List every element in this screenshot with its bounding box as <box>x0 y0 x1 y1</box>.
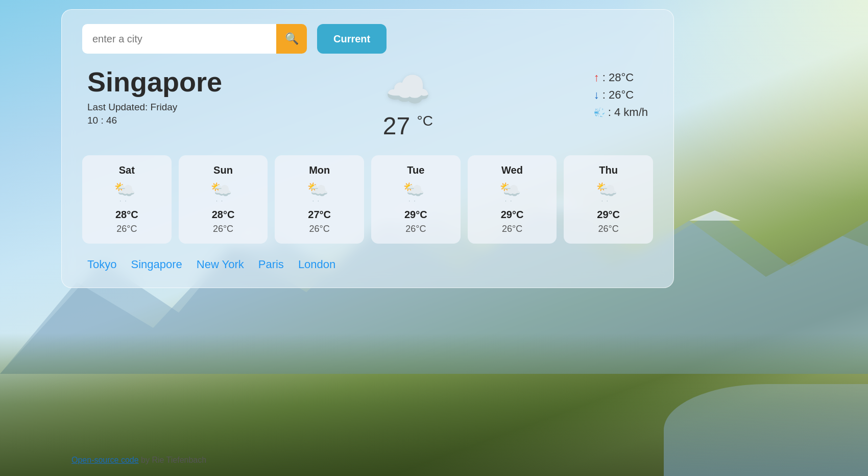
forecast-high: 29°C <box>501 209 524 221</box>
forecast-low: 26°C <box>502 224 522 234</box>
city-name: Singapore <box>87 66 222 98</box>
current-weather-center: ☁️ 27 °C <box>222 66 594 140</box>
city-shortcut-link[interactable]: New York <box>197 258 244 271</box>
city-shortcut-link[interactable]: Paris <box>258 258 284 271</box>
high-temp-value: : 28°C <box>602 71 634 84</box>
forecast-high: 28°C <box>212 209 235 221</box>
forecast-weather-icon: ☁️ 🌤️ · · <box>500 181 524 204</box>
current-temperature: 27 °C <box>383 112 433 140</box>
weather-main-section: Singapore Last Updated: Friday 10 : 46 ☁… <box>82 66 653 140</box>
high-temp-row: ↑ : 28°C <box>594 71 648 84</box>
current-location-button[interactable]: Current <box>317 24 387 54</box>
forecast-low: 26°C <box>405 224 426 234</box>
weather-icon-large: ☁️ <box>385 71 431 108</box>
search-button[interactable]: 🔍 <box>276 24 307 54</box>
open-source-link[interactable]: Open-source code <box>71 456 139 464</box>
wind-icon: 💨 <box>594 107 605 118</box>
forecast-card: Wed ☁️ 🌤️ · · 29°C 26°C <box>468 155 557 244</box>
forecast-weather-icon: ☁️ 🌤️ · · <box>211 181 235 204</box>
search-icon: 🔍 <box>285 32 299 45</box>
wind-value: : 4 km/h <box>608 106 648 119</box>
forecast-day: Tue <box>407 164 424 176</box>
arrow-down-icon: ↓ <box>594 88 599 102</box>
low-temp-value: : 26°C <box>602 88 634 102</box>
forecast-weather-icon: ☁️ 🌤️ · · <box>307 181 332 204</box>
forecast-day: Wed <box>501 164 523 176</box>
city-shortcut-link[interactable]: Singapore <box>131 258 182 271</box>
search-row: 🔍 Current <box>82 24 653 54</box>
arrow-up-icon: ↑ <box>594 71 599 84</box>
city-shortcut-link[interactable]: Tokyo <box>87 258 116 271</box>
city-shortcuts: TokyoSingaporeNew YorkParisLondon <box>82 258 653 271</box>
forecast-low: 26°C <box>213 224 233 234</box>
city-shortcut-link[interactable]: London <box>298 258 335 271</box>
forecast-day: Thu <box>599 164 618 176</box>
forecast-high: 29°C <box>404 209 427 221</box>
forecast-low: 26°C <box>116 224 137 234</box>
water-bg <box>664 384 868 476</box>
forecast-low: 26°C <box>598 224 619 234</box>
city-info: Singapore Last Updated: Friday 10 : 46 <box>87 66 222 126</box>
current-time: 10 : 46 <box>87 115 222 126</box>
forecast-weather-icon: ☁️ 🌤️ · · <box>596 181 621 204</box>
low-temp-row: ↓ : 26°C <box>594 88 648 102</box>
forecast-card: Mon ☁️ 🌤️ · · 27°C 26°C <box>275 155 364 244</box>
forecast-low: 26°C <box>309 224 330 234</box>
weather-stats: ↑ : 28°C ↓ : 26°C 💨 : 4 km/h <box>594 66 648 119</box>
footer-suffix: by Rie Tiefenbach <box>139 456 207 464</box>
forecast-card: Sun ☁️ 🌤️ · · 28°C 26°C <box>179 155 268 244</box>
forecast-card: Tue ☁️ 🌤️ · · 29°C 26°C <box>371 155 461 244</box>
forecast-weather-icon: ☁️ 🌤️ · · <box>403 181 428 204</box>
forecast-high: 27°C <box>308 209 331 221</box>
city-search-input[interactable] <box>82 24 276 54</box>
forecast-day: Mon <box>309 164 330 176</box>
forecast-day: Sat <box>119 164 135 176</box>
wind-row: 💨 : 4 km/h <box>594 106 648 119</box>
forecast-weather-icon: ☁️ 🌤️ · · <box>114 181 139 204</box>
forecast-high: 29°C <box>597 209 620 221</box>
forecast-day: Sun <box>213 164 233 176</box>
svg-marker-5 <box>689 210 740 221</box>
weather-card: 🔍 Current Singapore Last Updated: Friday… <box>61 9 674 288</box>
footer: Open-source code by Rie Tiefenbach <box>71 456 206 465</box>
last-updated: Last Updated: Friday <box>87 102 222 113</box>
forecast-card: Sat ☁️ 🌤️ · · 28°C 26°C <box>82 155 172 244</box>
forecast-high: 28°C <box>115 209 138 221</box>
forecast-card: Thu ☁️ 🌤️ · · 29°C 26°C <box>564 155 653 244</box>
forecast-section: Sat ☁️ 🌤️ · · 28°C 26°C Sun ☁️ 🌤️ · · 28… <box>82 155 653 244</box>
